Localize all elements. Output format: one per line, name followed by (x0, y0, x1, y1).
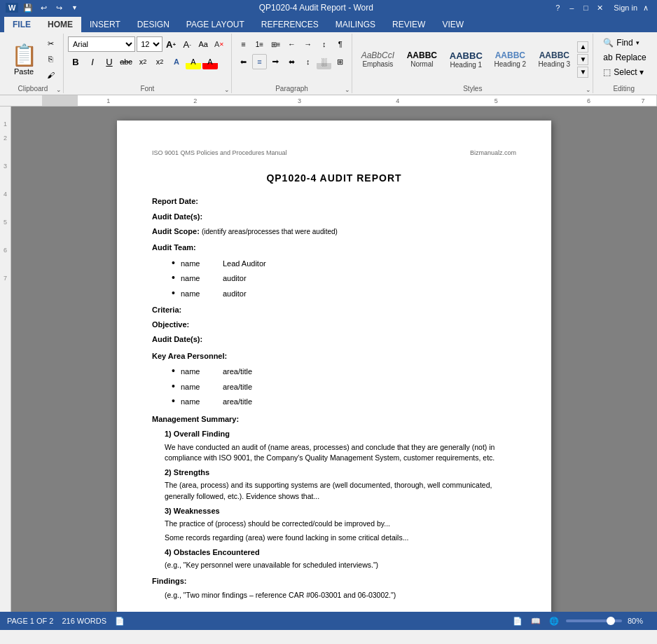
copy-button[interactable]: ⎘ (42, 52, 59, 66)
style-heading1[interactable]: AABBC Heading 1 (445, 36, 487, 82)
view-print-button[interactable]: 📄 (511, 615, 524, 627)
select-button[interactable]: ⬚ Select ▾ (600, 66, 647, 78)
ribbon-toggle[interactable]: ∧ (640, 2, 651, 13)
change-case-button[interactable]: Aa (196, 36, 211, 52)
maximize-button[interactable]: □ (580, 2, 591, 13)
ruler-mark-2: 2 (193, 97, 197, 104)
status-left: PAGE 1 OF 2 216 WORDS 📄 (7, 617, 125, 626)
increase-indent-button[interactable]: → (300, 36, 315, 52)
styles-expand[interactable]: ▼ (577, 67, 588, 78)
align-right-button[interactable]: ⮕ (268, 54, 283, 69)
style-heading3-label: Heading 3 (539, 60, 571, 68)
key-name-2: name (181, 382, 223, 392)
section4-heading: 4) Obstacles Encountered (165, 547, 516, 558)
paragraph-expand[interactable]: ⌄ (345, 86, 350, 93)
ruler-mark-4: 4 (396, 97, 399, 104)
tab-design[interactable]: DESIGN (129, 17, 178, 32)
zoom-thumb (607, 617, 615, 625)
tab-mailings[interactable]: MAILINGS (327, 17, 384, 32)
grow-font-button[interactable]: A+ (164, 36, 179, 52)
clear-format-button[interactable]: A✕ (212, 36, 227, 52)
zoom-slider[interactable] (566, 619, 622, 622)
page-header: ISO 9001 QMS Policies and Procedures Man… (152, 149, 516, 158)
subscript-button[interactable]: x2 (135, 54, 151, 69)
proofing-icon[interactable]: 📄 (115, 617, 125, 626)
tab-page-layout[interactable]: PAGE LAYOUT (178, 17, 253, 32)
bullets-button[interactable]: ≡ (236, 36, 251, 52)
format-painter-button[interactable]: 🖌 (42, 68, 59, 82)
section2-heading: 2) Strengths (165, 467, 516, 478)
replace-button[interactable]: ab Replace (600, 51, 647, 64)
audit-scope-row: Audit Scope: (identify areas/processes t… (152, 226, 516, 237)
quick-save[interactable]: 💾 (22, 2, 34, 13)
align-center-button[interactable]: ≡ (252, 54, 267, 69)
style-normal[interactable]: AABBC Normal (401, 36, 443, 82)
clipboard-expand[interactable]: ⌄ (56, 86, 62, 93)
tab-review[interactable]: REVIEW (384, 17, 434, 32)
key-title-2: area/title (223, 382, 252, 392)
style-emphasis[interactable]: AaBbCcI Emphasis (357, 36, 399, 82)
bullet-2: • (172, 271, 175, 285)
criteria-row: Criteria: (152, 305, 516, 315)
line-spacing-button[interactable]: ↕ (300, 54, 315, 69)
style-heading3[interactable]: AABBC Heading 3 (533, 36, 575, 82)
decrease-indent-button[interactable]: ← (284, 36, 299, 52)
team-name-1: name (181, 259, 223, 269)
font-expand[interactable]: ⌄ (224, 86, 230, 93)
tab-insert[interactable]: INSERT (81, 17, 129, 32)
style-normal-preview: AABBC (407, 50, 437, 60)
superscript-button[interactable]: x2 (152, 54, 167, 69)
status-bar: PAGE 1 OF 2 216 WORDS 📄 📄 📖 🌐 80% (0, 612, 657, 630)
team-role-1: Lead Auditor (223, 259, 266, 269)
key-person-2: • name area/title (172, 380, 516, 394)
spacer (152, 603, 516, 612)
quick-redo[interactable]: ↪ (53, 2, 64, 13)
section3-body1: The practice of (process) should be corr… (165, 519, 516, 529)
paste-button[interactable]: 📋 Paste (7, 36, 41, 82)
ruler-mark-5: 5 (495, 97, 498, 104)
sort-button[interactable]: ↕ (317, 36, 331, 52)
quick-customize[interactable]: ▼ (69, 2, 80, 13)
italic-button[interactable]: I (85, 54, 100, 69)
cut-button[interactable]: ✂ (42, 36, 59, 50)
document-area: 1 2 3 4 5 6 7 ISO 9001 QMS Policies and … (0, 107, 657, 612)
close-button[interactable]: ✕ (594, 2, 605, 13)
tab-file[interactable]: FILE (4, 17, 39, 32)
multilevel-button[interactable]: ⊞≡ (268, 36, 283, 52)
help-button[interactable]: ? (552, 2, 563, 13)
style-heading3-preview: AABBC (539, 50, 569, 60)
style-heading2[interactable]: AABBC Heading 2 (489, 36, 531, 82)
view-web-button[interactable]: 🌐 (548, 615, 560, 627)
shading-button[interactable]: ░ (317, 54, 331, 69)
font-color-button[interactable]: A (202, 54, 218, 69)
view-reading-button[interactable]: 📖 (530, 615, 542, 627)
numbering-button[interactable]: 1≡ (252, 36, 267, 52)
bold-button[interactable]: B (68, 54, 83, 69)
scroll-area[interactable]: ISO 9001 QMS Policies and Procedures Man… (11, 107, 657, 612)
style-emphasis-label: Emphasis (362, 60, 393, 68)
tab-home[interactable]: HOME (39, 17, 81, 32)
tab-references[interactable]: REFERENCES (253, 17, 327, 32)
font-family-select[interactable]: Arial (68, 36, 135, 52)
styles-scroll-up[interactable]: ▲ (577, 41, 588, 53)
signin-button[interactable]: Sign in (614, 4, 637, 12)
find-button[interactable]: 🔍 Find ▾ (600, 36, 647, 49)
key-bullet-3: • (172, 395, 175, 409)
font-row-2: B I U abc x2 x2 A A A (68, 54, 227, 69)
styles-expand-arrow[interactable]: ⌄ (586, 86, 591, 93)
borders-button[interactable]: ⊞ (333, 54, 347, 69)
strikethrough-button[interactable]: abc (118, 54, 134, 69)
tab-view[interactable]: VIEW (434, 17, 472, 32)
show-para-button[interactable]: ¶ (333, 36, 347, 52)
text-effects-button[interactable]: A (169, 54, 184, 69)
minimize-button[interactable]: – (566, 2, 577, 13)
styles-scroll-down[interactable]: ▼ (577, 54, 588, 65)
quick-undo[interactable]: ↩ (38, 2, 49, 13)
underline-button[interactable]: U (102, 54, 117, 69)
shrink-font-button[interactable]: A- (180, 36, 195, 52)
highlight-button[interactable]: A (186, 54, 201, 69)
align-left-button[interactable]: ⬅ (236, 54, 251, 69)
key-name-3: name (181, 397, 223, 407)
font-size-select[interactable]: 12 (137, 36, 162, 52)
justify-button[interactable]: ⬌ (284, 54, 299, 69)
